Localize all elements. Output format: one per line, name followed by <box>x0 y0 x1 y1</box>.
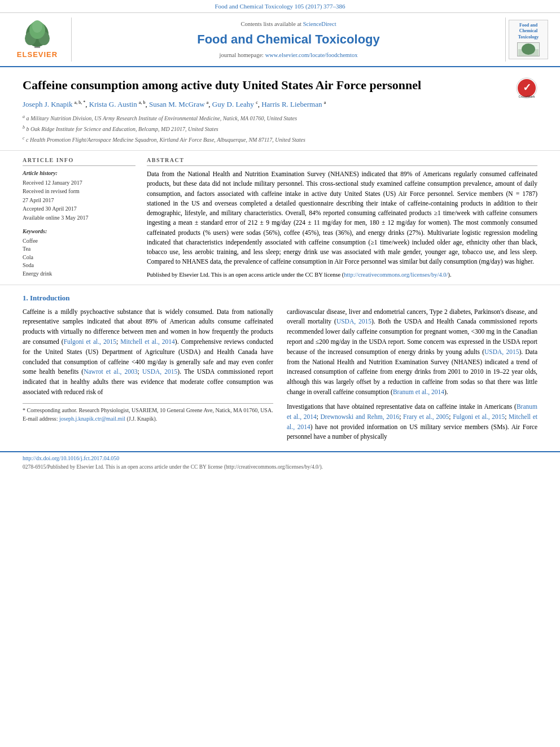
cc-license-link[interactable]: http://creativecommons.org/licenses/by/4… <box>344 272 448 278</box>
article-history-label: Article history: <box>23 169 135 178</box>
affiliation-b: b b Oak Ridge Institute for Science and … <box>23 124 537 134</box>
article-info-column: ARTICLE INFO Article history: Received 1… <box>23 156 135 279</box>
ref-usda-2015c[interactable]: USDA, 2015 <box>484 348 519 355</box>
available-online-date: Available online 3 May 2017 <box>23 214 135 222</box>
keyword-energy-drink: Energy drink <box>23 270 135 278</box>
affiliation-c: c c Health Promotion Flight/Aerospace Me… <box>23 135 537 145</box>
keyword-soda: Soda <box>23 261 135 270</box>
affiliation-a: a a Military Nutrition Division, US Army… <box>23 113 537 123</box>
revised-date: 27 April 2017 <box>23 196 135 205</box>
journal-homepage-link[interactable]: www.elsevier.com/locate/foodchemtox <box>265 52 358 58</box>
intro-body: Caffeine is a mildly psychoactive substa… <box>23 307 537 443</box>
ref-branum-2014a[interactable]: Branum et al., 2014 <box>393 388 444 395</box>
ref-frary-2005[interactable]: Frary et al., 2005 <box>403 413 449 420</box>
license-line: 0278-6915/Published by Elsevier Ltd. Thi… <box>23 464 537 471</box>
doi-link[interactable]: http://dx.doi.org/10.1016/j.fct.2017.04.… <box>23 455 119 461</box>
crossmark-icon: ✓ CrossMark <box>516 77 537 99</box>
elsevier-tree-icon <box>15 19 60 50</box>
svg-point-7 <box>522 43 535 55</box>
journal-title-area: Contents lists available at ScienceDirec… <box>71 18 506 62</box>
keyword-cola: Cola <box>23 254 135 262</box>
ref-nawrot-2003[interactable]: Nawrot et al., 2003 <box>84 368 137 375</box>
author-leahy[interactable]: Guy D. Leahy <box>212 100 254 108</box>
journal-homepage-line: journal homepage: www.elsevier.com/locat… <box>83 51 494 59</box>
ref-fulgoni-2015b[interactable]: Fulgoni et al., 2015 <box>453 413 505 420</box>
article-info-abstract-section: ARTICLE INFO Article history: Received 1… <box>0 151 560 285</box>
keyword-coffee: Coffee <box>23 237 135 246</box>
svg-text:✓: ✓ <box>523 82 531 93</box>
ref-usda-2015a[interactable]: USDA, 2015 <box>142 368 177 375</box>
author-mcgraw[interactable]: Susan M. McGraw <box>149 100 205 108</box>
email-link[interactable]: joseph.j.knapik.ctr@mail.mil <box>59 416 125 422</box>
keywords-section: Keywords: Coffee Tea Cola Soda Energy dr… <box>23 228 135 278</box>
authors-line: Joseph J. Knapik a, b, *, Krista G. Aust… <box>23 99 537 110</box>
introduction-section: 1. Introduction Caffeine is a mildly psy… <box>0 285 560 448</box>
intro-col1: Caffeine is a mildly psychoactive substa… <box>23 307 273 443</box>
received-date: Received 12 January 2017 <box>23 179 135 187</box>
journal-reference: Food and Chemical Toxicology 105 (2017) … <box>0 0 560 13</box>
corresponding-author-note: * Corresponding author. Research Physiol… <box>23 406 273 415</box>
footnote-section: * Corresponding author. Research Physiol… <box>23 403 273 423</box>
intro-col2: cardiovascular disease, liver and endome… <box>287 307 537 443</box>
email-line: E-mail address: joseph.j.knapik.ctr@mail… <box>23 414 273 423</box>
received-revised-label: Received in revised form <box>23 187 135 196</box>
author-austin[interactable]: Krista G. Austin <box>89 100 137 108</box>
elsevier-brand-text: ELSEVIER <box>17 50 58 60</box>
contents-available-line: Contents lists available at ScienceDirec… <box>83 20 494 28</box>
journal-ref-text: Food and Chemical Toxicology 105 (2017) … <box>215 3 345 10</box>
abstract-column: ABSTRACT Data from the National Health a… <box>147 156 537 279</box>
abstract-heading: ABSTRACT <box>147 156 537 167</box>
journal-header: ELSEVIER Contents lists available at Sci… <box>0 13 560 67</box>
sciencedirect-link[interactable]: ScienceDirect <box>303 21 336 27</box>
elsevier-logo-area: ELSEVIER <box>9 18 71 62</box>
keywords-label: Keywords: <box>23 228 135 236</box>
published-line: Published by Elsevier Ltd. This is an op… <box>147 270 537 279</box>
affiliations: a a Military Nutrition Division, US Army… <box>23 113 537 144</box>
doi-line: http://dx.doi.org/10.1016/j.fct.2017.04.… <box>23 455 537 463</box>
article-title: Caffeine consumption among active duty U… <box>23 77 537 94</box>
ref-fulgoni-2015[interactable]: Fulgoni et al., 2015 <box>64 338 116 345</box>
intro-heading: 1. Introduction <box>23 293 537 304</box>
journal-title: Food and Chemical Toxicology <box>83 30 494 49</box>
keyword-tea: Tea <box>23 245 135 254</box>
bottom-bar: http://dx.doi.org/10.1016/j.fct.2017.04.… <box>0 451 560 473</box>
ref-mitchell-2014[interactable]: Mitchell et al., 2014 <box>120 338 175 345</box>
journal-logo-image: Food andChemicalToxicology <box>509 20 548 59</box>
ref-drewnowski-2016[interactable]: Drewnowski and Rehm, 2016 <box>321 413 400 420</box>
article-info-heading: ARTICLE INFO <box>23 156 135 167</box>
author-lieberman[interactable]: Harris R. Lieberman <box>261 100 322 108</box>
ref-usda-2015b[interactable]: USDA, 2015 <box>336 318 371 325</box>
article-title-section: ✓ CrossMark Caffeine consumption among a… <box>0 67 560 150</box>
author-knapik[interactable]: Joseph J. Knapik <box>23 100 72 108</box>
svg-text:CrossMark: CrossMark <box>518 95 535 98</box>
abstract-text: Data from the National Health and Nutrit… <box>147 169 537 267</box>
accepted-date: Accepted 30 April 2017 <box>23 205 135 213</box>
svg-point-5 <box>32 20 42 33</box>
journal-logo-box: Food andChemicalToxicology <box>506 18 551 62</box>
